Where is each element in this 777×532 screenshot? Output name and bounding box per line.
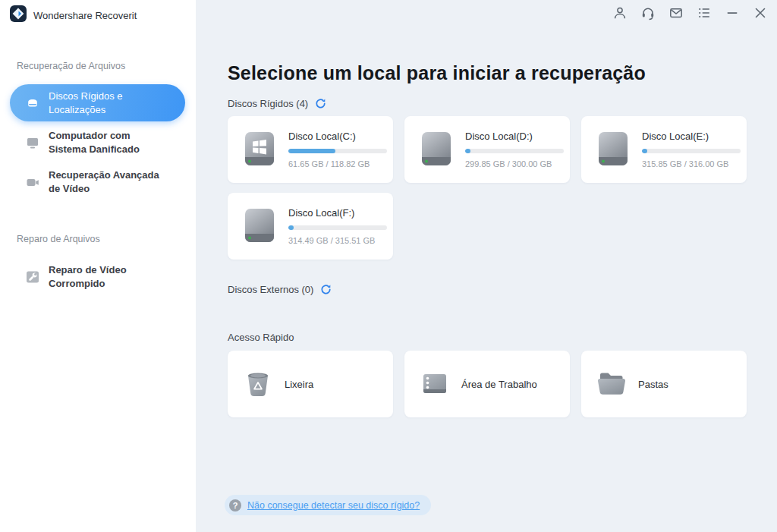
disk-usage-fill [288, 149, 335, 153]
disk-card-f[interactable]: Disco Local(F:) 314.49 GB / 315.51 GB [228, 193, 393, 260]
drive-windows-icon [240, 128, 279, 171]
quick-access-item-label: Lixeira [285, 379, 313, 390]
disk-name: Disco Local(C:) [288, 131, 387, 142]
support-headset-icon[interactable] [640, 5, 656, 20]
disk-usage-bar [288, 225, 387, 230]
disk-info: Disco Local(D:) 299.85 GB / 300.00 GB [465, 131, 564, 168]
disk-usage-bar [642, 149, 741, 153]
sidebar-item-video-repair[interactable]: Reparo de Vídeo Corrompido [10, 263, 185, 290]
refresh-icon[interactable] [320, 284, 332, 295]
sidebar-item-label: Computador com Sistema Danificado [49, 129, 168, 156]
app-title: Wondershare Recoverit [33, 10, 137, 21]
drive-icon [593, 128, 633, 171]
disk-name: Disco Local(F:) [288, 207, 387, 219]
external-disks-header: Discos Externos (0) [228, 284, 332, 295]
quick-access-header: Acesso Rápido [228, 332, 294, 343]
sidebar-item-hard-drives[interactable]: Discos Rígidos e Localizações [10, 84, 185, 121]
disk-card-e[interactable]: Disco Local(E:) 315.85 GB / 316.00 GB [581, 116, 747, 183]
disk-usage-fill [288, 225, 294, 230]
help-link-text: Não consegue detectar seu disco rígido? [247, 500, 420, 511]
disk-card-grid: Disco Local(C:) 61.65 GB / 118.82 GB [228, 116, 747, 260]
external-disks-label: Discos Externos (0) [228, 284, 313, 295]
folder-icon [596, 368, 628, 400]
disk-name: Disco Local(D:) [465, 131, 564, 142]
disk-info: Disco Local(F:) 314.49 GB / 315.51 GB [288, 207, 387, 245]
disk-card-c[interactable]: Disco Local(C:) 61.65 GB / 118.82 GB [228, 116, 393, 183]
quick-access-folders[interactable]: Pastas [581, 351, 747, 417]
disk-name: Disco Local(E:) [642, 131, 741, 142]
quick-access-item-label: Área de Trabalho [461, 379, 537, 390]
section-label-recovery: Recuperação de Arquivos [17, 61, 125, 71]
main-panel: Selecione um local para iniciar a recupe… [196, 0, 777, 532]
titlebar-controls [612, 5, 768, 20]
page-title: Selecione um local para iniciar a recupe… [228, 62, 646, 84]
hard-drive-icon [25, 96, 40, 111]
disk-size-text: 61.65 GB / 118.82 GB [288, 159, 387, 168]
recoverit-logo-icon [10, 5, 27, 25]
recycle-bin-icon [242, 368, 274, 400]
disk-size-text: 314.49 GB / 315.51 GB [288, 236, 387, 245]
help-detect-disk-link[interactable]: ? Não consegue detectar seu disco rígido… [225, 495, 431, 515]
disk-usage-fill [465, 149, 470, 153]
refresh-icon[interactable] [315, 98, 326, 109]
account-icon[interactable] [612, 5, 628, 20]
disk-size-text: 315.85 GB / 316.00 GB [642, 159, 741, 168]
crashed-computer-icon [25, 135, 40, 150]
video-camera-icon [25, 175, 40, 190]
disk-card-d[interactable]: Disco Local(D:) 299.85 GB / 300.00 GB [404, 116, 570, 183]
drive-icon [240, 205, 279, 247]
quick-access-grid: Lixeira Área de Trabalho [228, 351, 747, 417]
sidebar: Wondershare Recoverit Recuperação de Arq… [0, 0, 196, 532]
repair-wrench-icon [25, 269, 40, 285]
drive-icon [417, 128, 456, 171]
sidebar-item-label: Discos Rígidos e Localizações [49, 90, 168, 116]
recoverit-window: Wondershare Recoverit Recuperação de Arq… [0, 0, 777, 532]
disk-usage-bar [288, 149, 387, 153]
disk-usage-bar [465, 149, 564, 153]
quick-access-label: Acesso Rápido [228, 332, 294, 343]
minimize-icon[interactable] [725, 5, 740, 20]
sidebar-item-label: Reparo de Vídeo Corrompido [49, 263, 168, 290]
sidebar-item-advanced-video-recovery[interactable]: Recuperação Avançada de Vídeo [10, 168, 185, 195]
sidebar-item-label: Recuperação Avançada de Vídeo [49, 168, 168, 195]
question-mark-icon: ? [229, 499, 241, 512]
section-label-repair: Reparo de Arquivos [17, 234, 100, 244]
sidebar-item-crashed-computer[interactable]: Computador com Sistema Danificado [10, 129, 185, 156]
close-icon[interactable] [753, 5, 768, 20]
quick-access-item-label: Pastas [638, 379, 668, 390]
hard-disks-label: Discos Rígidos (4) [228, 98, 308, 109]
app-logo-row: Wondershare Recoverit [10, 5, 137, 25]
disk-info: Disco Local(E:) 315.85 GB / 316.00 GB [642, 131, 741, 168]
hard-disks-header: Discos Rígidos (4) [228, 98, 326, 109]
quick-access-recycle-bin[interactable]: Lixeira [228, 351, 393, 417]
disk-info: Disco Local(C:) 61.65 GB / 118.82 GB [288, 131, 387, 168]
disk-usage-fill [642, 149, 647, 153]
menu-list-icon[interactable] [697, 5, 712, 20]
feedback-mail-icon[interactable] [668, 5, 684, 20]
disk-size-text: 299.85 GB / 300.00 GB [465, 159, 564, 168]
quick-access-desktop[interactable]: Área de Trabalho [404, 351, 570, 417]
desktop-icon [419, 368, 451, 400]
